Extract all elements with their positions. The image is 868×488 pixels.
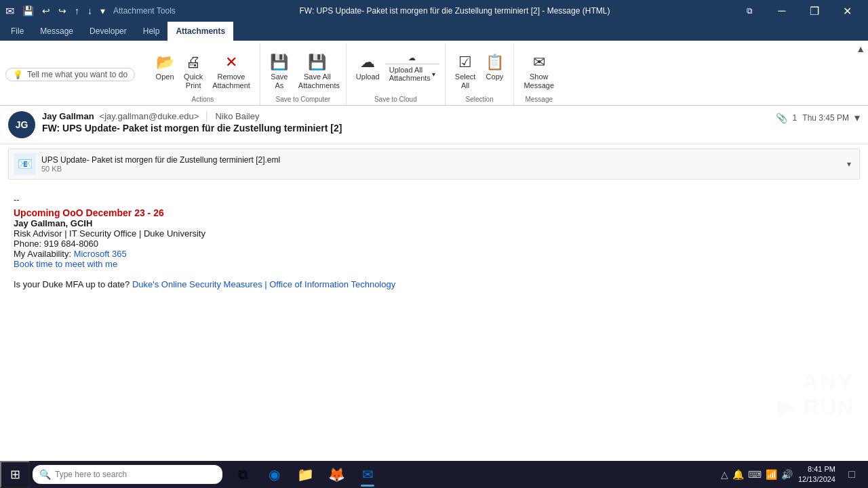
close-button[interactable]: ✕ — [831, 0, 863, 22]
message-group-label: Message — [519, 94, 558, 105]
ribbon-tab-bar: File Message Developer Help Attachments — [0, 22, 868, 41]
upload-all-dropdown-icon: ▾ — [432, 70, 435, 78]
quick-customize-button[interactable]: ▾ — [98, 4, 108, 18]
selection-group-label: Selection — [451, 94, 509, 105]
save-all-label: Save AllAttachments — [298, 73, 336, 90]
upload-button[interactable]: ☁ Upload — [352, 51, 384, 94]
title-bar: ✉ 💾 ↩ ↪ ↑ ↓ ▾ Attachment Tools FW: UPS U… — [0, 0, 868, 22]
recipient: Niko Bailey — [215, 111, 259, 121]
tray-keyboard-icon[interactable]: ⌨ — [748, 469, 762, 480]
select-all-icon: ☑ — [458, 54, 472, 71]
select-all-label: SelectAll — [455, 73, 476, 90]
save-as-label: SaveAs — [271, 73, 288, 90]
select-all-button[interactable]: ☑ SelectAll — [451, 51, 480, 94]
taskbar-edge[interactable]: ◉ — [259, 461, 289, 488]
taskbar-outlook[interactable]: ✉ — [353, 461, 382, 488]
save-all-icon: 💾 — [308, 54, 326, 71]
sig-book-link[interactable]: Book time to meet with me — [14, 259, 117, 269]
tab-message[interactable]: Message — [32, 22, 81, 41]
minimize-button[interactable]: ─ — [766, 0, 797, 22]
open-label: Open — [156, 73, 174, 81]
taskbar-task-view[interactable]: ⧉ — [228, 461, 258, 488]
save-computer-items: 💾 SaveAs 💾 Save AllAttachments — [266, 43, 340, 94]
title-bar-left: ✉ 💾 ↩ ↪ ↑ ↓ ▾ Attachment Tools — [5, 4, 176, 18]
tray-expand-icon[interactable]: △ — [721, 469, 728, 480]
quick-up-button[interactable]: ↑ — [72, 4, 82, 18]
taskbar-files[interactable]: 📁 — [290, 461, 320, 488]
upload-all-split[interactable]: ☁ Upload AllAttachments ▾ — [385, 51, 439, 94]
save-cloud-label: Save to Cloud — [352, 94, 439, 105]
tab-help[interactable]: Help — [135, 22, 168, 41]
taskbar-search[interactable]: 🔍 Type here to search — [33, 465, 222, 484]
show-message-label: ShowMessage — [524, 73, 554, 90]
sender-line: Jay Gallman <jay.gallman@duke.edu> │ Nik… — [42, 111, 769, 121]
email-collapse-button[interactable]: ▾ — [854, 111, 860, 124]
taskbar-clock[interactable]: 8:41 PM 12/13/2024 — [795, 464, 838, 485]
actions-group-label: Actions — [151, 94, 254, 105]
app-icon: ✉ — [5, 5, 14, 18]
tray-volume-icon[interactable]: 🔊 — [781, 469, 793, 480]
save-cloud-items: ☁ Upload ☁ Upload AllAttachments ▾ — [352, 43, 439, 94]
sender-email: <jay.gallman@duke.edu> — [100, 111, 199, 121]
sig-availability-link[interactable]: Microsoft 365 — [74, 249, 127, 259]
email-timestamp: Thu 3:45 PM — [802, 113, 849, 123]
selection-items: ☑ SelectAll 📋 Copy — [451, 43, 509, 94]
remove-label: RemoveAttachment — [212, 73, 250, 90]
watermark-line2: ▶ RUN — [778, 394, 854, 420]
tell-me-text: Tell me what you want to do — [27, 70, 127, 79]
show-message-button[interactable]: ✉ ShowMessage — [519, 51, 558, 94]
copy-button[interactable]: 📋 Copy — [481, 51, 508, 94]
files-icon: 📁 — [297, 466, 314, 483]
sig-mfa-link[interactable]: Duke's Online Security Measures | Office… — [132, 279, 395, 289]
tell-me-input[interactable]: 💡 Tell me what you want to do — [5, 68, 135, 81]
tray-notification-icon[interactable]: 🔔 — [732, 469, 744, 480]
ooo-title: Upcoming OoO December 23 - 26 — [14, 207, 854, 218]
save-as-icon: 💾 — [270, 54, 288, 71]
email-container: JG Jay Gallman <jay.gallman@duke.edu> │ … — [0, 106, 868, 461]
save-all-button[interactable]: 💾 Save AllAttachments — [294, 51, 340, 94]
tell-me-icon: 💡 — [13, 70, 23, 79]
start-button[interactable]: ⊞ — [0, 461, 30, 488]
quick-down-button[interactable]: ↓ — [85, 4, 95, 18]
tab-attachments[interactable]: Attachments — [167, 22, 233, 41]
show-message-icon: ✉ — [533, 54, 545, 71]
email-subject: FW: UPS Update- Paket ist morgen für die… — [42, 123, 769, 134]
taskbar-firefox[interactable]: 🦊 — [321, 461, 351, 488]
clock-time: 8:41 PM — [798, 464, 835, 474]
quick-print-button[interactable]: 🖨 QuickPrint — [180, 51, 207, 94]
remove-attachment-button[interactable]: ✕ RemoveAttachment — [208, 51, 254, 94]
window-controls: ⧉ ─ ❐ ✕ — [734, 0, 863, 22]
open-button[interactable]: 📂 Open — [151, 51, 178, 94]
window-title: FW: UPS Update- Paket ist morgen für die… — [176, 6, 734, 16]
upload-icon: ☁ — [360, 54, 375, 71]
email-header-info: Jay Gallman <jay.gallman@duke.edu> │ Nik… — [42, 111, 769, 134]
avatar: JG — [8, 111, 35, 138]
quick-save-button[interactable]: 💾 — [20, 4, 37, 18]
taskbar-search-icon: 🔍 — [39, 469, 51, 480]
sig-title: Risk Advisor | IT Security Office | Duke… — [14, 228, 854, 239]
ribbon: 💡 Tell me what you want to do 📂 Open 🖨 Q… — [0, 41, 868, 106]
save-as-button[interactable]: 💾 SaveAs — [266, 51, 293, 94]
ribbon-collapse-button[interactable]: ▲ — [856, 43, 865, 54]
ribbon-group-selection: ☑ SelectAll 📋 Copy Selection — [446, 43, 515, 105]
notification-area[interactable]: □ — [841, 461, 863, 488]
task-view-icon: ⧉ — [238, 467, 248, 483]
quick-redo-button[interactable]: ↪ — [56, 4, 69, 18]
attachment-dropdown-button[interactable]: ▾ — [844, 157, 854, 171]
sig-availability-prefix: My Availability: — [14, 249, 74, 259]
copy-icon: 📋 — [486, 54, 504, 71]
tab-file[interactable]: File — [3, 22, 32, 41]
attachment-count-icon: 📎 — [776, 113, 787, 123]
sig-name: Jay Gallman, GCIH — [14, 218, 854, 228]
quick-undo-button[interactable]: ↩ — [39, 4, 53, 18]
copy-label: Copy — [486, 73, 504, 81]
maximize-button[interactable]: ❐ — [799, 0, 830, 22]
remove-icon: ✕ — [225, 54, 237, 71]
attachment-name: UPS Update- Paket ist morgen für die Zus… — [41, 155, 839, 165]
attachment-count: 1 — [793, 113, 797, 123]
open-icon: 📂 — [156, 54, 174, 71]
restore-down-button[interactable]: ⧉ — [734, 0, 765, 22]
watermark: ANY ▶ RUN — [778, 369, 854, 420]
tray-network-icon[interactable]: 📶 — [766, 469, 777, 480]
tab-developer[interactable]: Developer — [81, 22, 135, 41]
